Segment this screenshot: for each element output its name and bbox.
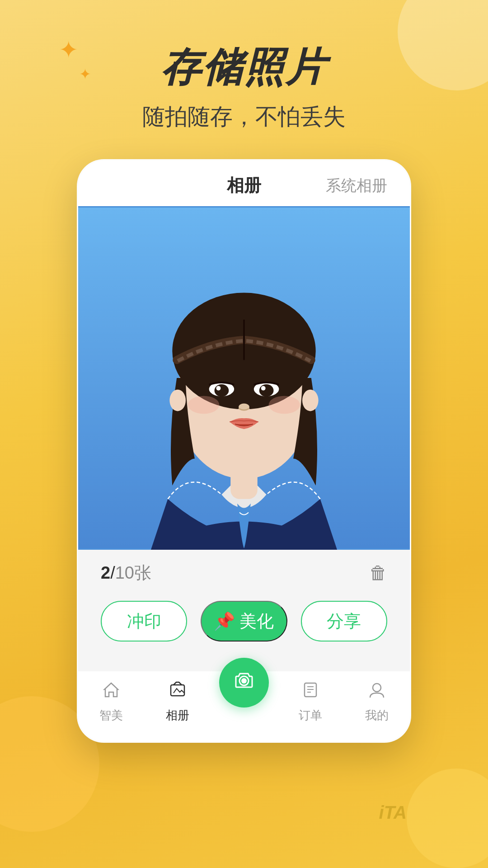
tab-system-album[interactable]: 系统相册 — [326, 175, 387, 196]
photo-count-bar: 2/10张 🗑 — [78, 550, 410, 596]
pin-icon: 📌 — [214, 611, 235, 631]
home-icon — [102, 680, 121, 704]
tab-album[interactable]: 相册 — [227, 174, 261, 197]
ita-badge: iTA — [379, 802, 407, 823]
svg-rect-18 — [171, 685, 184, 696]
svg-point-16 — [169, 390, 186, 411]
count-separator: / — [110, 563, 115, 582]
svg-point-15 — [269, 396, 300, 414]
beautify-button[interactable]: 📌 美化 — [201, 601, 287, 642]
share-button[interactable]: 分享 — [301, 601, 387, 642]
nav-item-zhimei[interactable]: 智美 — [78, 680, 145, 723]
camera-fab-icon — [231, 667, 257, 698]
photo-count-text: 2/10张 — [101, 561, 151, 585]
total-count: 10张 — [115, 563, 151, 582]
nav-label-album: 相册 — [166, 708, 189, 723]
svg-point-11 — [259, 384, 274, 397]
svg-point-25 — [373, 684, 381, 692]
beautify-label: 美化 — [239, 610, 274, 633]
bottom-navigation: 智美 相册 — [78, 671, 410, 741]
page-sub-title: 随拍随存，不怕丢失 — [0, 102, 488, 132]
svg-point-12 — [261, 386, 266, 391]
camera-fab-button[interactable] — [219, 658, 269, 708]
svg-point-14 — [188, 396, 219, 414]
nav-item-orders[interactable]: 订单 — [277, 680, 343, 723]
action-buttons: 冲印 📌 美化 分享 — [78, 596, 410, 658]
profile-icon — [367, 680, 386, 704]
photo-display-area — [78, 206, 410, 550]
current-count: 2 — [101, 563, 110, 582]
star-small-icon: ✦ — [79, 66, 91, 83]
album-icon — [168, 680, 187, 704]
phone-mockup: 相册 系统相册 — [77, 159, 411, 743]
svg-point-9 — [216, 386, 221, 391]
decorative-blob-bottom-right — [407, 769, 488, 868]
star-large-icon: ✦ — [59, 36, 79, 63]
svg-point-17 — [302, 390, 319, 411]
nav-label-zhimei: 智美 — [99, 708, 123, 723]
svg-point-20 — [241, 678, 247, 684]
nav-label-orders: 订单 — [299, 708, 322, 723]
nav-label-mine: 我的 — [365, 708, 389, 723]
portrait-image — [78, 206, 410, 550]
nav-item-mine[interactable]: 我的 — [343, 680, 410, 723]
delete-icon[interactable]: 🗑 — [369, 563, 387, 583]
phone-header: 相册 系统相册 — [78, 160, 410, 206]
nav-item-album[interactable]: 相册 — [145, 680, 211, 723]
orders-icon — [301, 680, 320, 704]
header-section: ✦ ✦ 存储照片 随拍随存，不怕丢失 — [0, 0, 488, 132]
svg-point-8 — [215, 384, 229, 397]
print-button[interactable]: 冲印 — [101, 601, 187, 642]
